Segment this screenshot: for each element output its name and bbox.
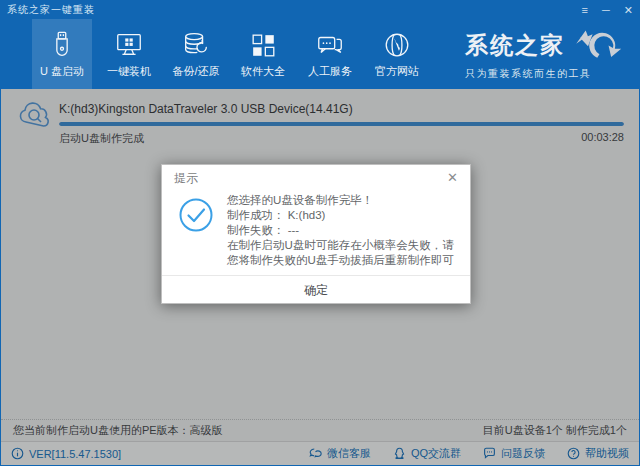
nav-item-label: 一键装机 — [107, 64, 151, 79]
window-title: 系统之家一键重装 — [7, 3, 95, 17]
dialog-message: 您选择的U盘设备制作完毕！ 制作成功： K:(hd3) 制作失败： --- 在制… — [227, 193, 456, 268]
nav-item-backup-restore[interactable]: 备份/还原 — [166, 19, 226, 89]
nav-item-label: 人工服务 — [308, 64, 352, 79]
nav-item-label: 备份/还原 — [172, 64, 219, 79]
dialog-line-success: 制作成功： K:(hd3) — [227, 208, 456, 223]
dialog-header: 提示 ✕ — [162, 165, 470, 191]
nav-item-one-click-install[interactable]: 一键装机 — [99, 19, 159, 89]
dialog-line-note: 在制作启动U盘时可能存在小概率会失败，请您将制作失败的U盘手动拔插后重新制作即可 — [227, 238, 456, 268]
minimize-icon[interactable]: ─ — [602, 1, 610, 19]
chat-service-icon — [315, 30, 345, 60]
brand-tagline: 只为重装系统而生的工具 — [465, 67, 629, 81]
nav-bar: U 盘启动 一键装机 备 — [1, 19, 639, 89]
nav-item-label: 软件大全 — [241, 64, 285, 79]
success-check-icon — [178, 197, 214, 233]
nav-item-label: U 盘启动 — [40, 64, 84, 79]
window-controls: ≡ ─ ✕ — [582, 1, 633, 19]
dialog-close-icon[interactable]: ✕ — [447, 165, 458, 191]
close-icon[interactable]: ✕ — [624, 1, 633, 19]
nav-item-human-service[interactable]: 人工服务 — [300, 19, 360, 89]
ok-button[interactable]: 确定 — [162, 275, 470, 303]
nav-item-software-center[interactable]: 软件大全 — [233, 19, 293, 89]
globe-icon — [382, 30, 412, 60]
usb-drive-icon — [47, 30, 77, 60]
titlebar: 系统之家一键重装 ≡ ─ ✕ — [1, 1, 639, 19]
dialog-title: 提示 — [174, 170, 198, 187]
menu-icon[interactable]: ≡ — [582, 1, 588, 19]
apps-grid-icon — [248, 30, 278, 60]
swoosh-arrows-icon — [571, 28, 629, 64]
dialog-line-failed: 制作失败： --- — [227, 223, 456, 238]
nav-item-label: 官方网站 — [375, 64, 419, 79]
nav-item-official-website[interactable]: 官方网站 — [367, 19, 427, 89]
brand-block: 系统之家 只为重装系统而生的工具 — [465, 28, 629, 81]
dialog-body: 您选择的U盘设备制作完毕！ 制作成功： K:(hd3) 制作失败： --- 在制… — [162, 191, 470, 268]
brand-name: 系统之家 — [465, 30, 565, 61]
database-restore-icon — [181, 30, 211, 60]
prompt-dialog: 提示 ✕ 您选择的U盘设备制作完毕！ 制作成功： K:(hd3) 制作失败： -… — [161, 164, 471, 304]
dialog-line-complete: 您选择的U盘设备制作完毕！ — [227, 193, 456, 208]
nav-item-usb-boot[interactable]: U 盘启动 — [32, 19, 92, 89]
monitor-windows-icon — [114, 30, 144, 60]
app-window: 系统之家一键重装 ≡ ─ ✕ U 盘启动 — [0, 0, 640, 466]
